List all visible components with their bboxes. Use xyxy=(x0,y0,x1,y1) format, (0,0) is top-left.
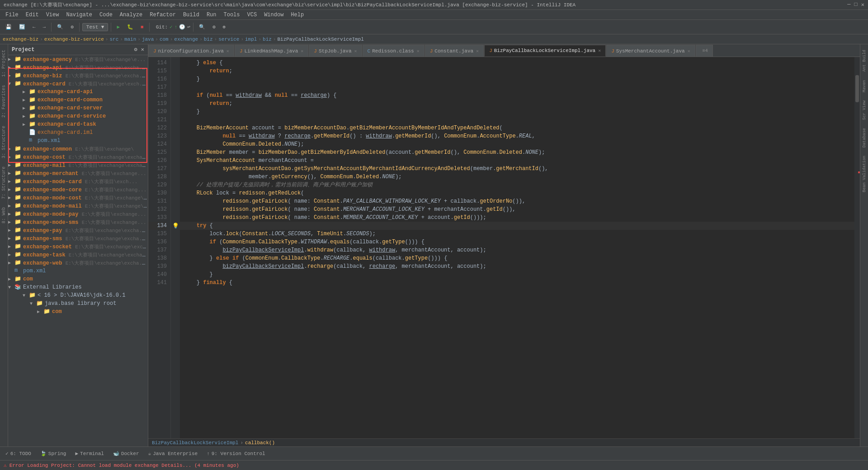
menu-edit[interactable]: Edit xyxy=(22,10,42,19)
close-button[interactable]: ✕ xyxy=(861,1,864,8)
breadcrumb-class[interactable]: BizPayCallbackLockServiceImpl xyxy=(152,440,238,446)
maximize-button[interactable]: □ xyxy=(854,1,858,8)
toolbar-more[interactable]: ⊕ xyxy=(220,23,229,31)
nav-biz[interactable]: biz xyxy=(204,37,213,42)
toolbar-debug[interactable]: 🐛 xyxy=(124,23,136,31)
tree-item-exchange-api[interactable]: ▶ 📁 exchange-api E:\大赛项目\exchange\excha.… xyxy=(8,63,148,71)
tree-item-exchange-mail[interactable]: ▶ 📁 exchange-mail E:\大赛项目\exchange\excha… xyxy=(8,161,148,169)
tree-item-exchange-socket[interactable]: ▶ 📁 exchange-socket E:\大赛项目\exchange\exc… xyxy=(8,242,148,251)
breadcrumb-method[interactable]: callback() xyxy=(245,440,275,446)
menu-analyze[interactable]: Analyze xyxy=(116,10,146,19)
nav-exchange-biz-service[interactable]: exchange-biz-service xyxy=(44,37,104,42)
right-panel-database[interactable]: Database xyxy=(861,124,868,151)
tree-item-com[interactable]: ▶ 📁 com xyxy=(8,275,148,283)
tab-more[interactable]: ≡4 xyxy=(696,45,713,57)
tree-item-exchange-cost[interactable]: ▶ 📁 exchange-cost E:\大赛项目\exchange\excha… xyxy=(8,153,148,161)
tree-item-mode-mail[interactable]: ▶ 📁 exchange-mode-mail E:\大赛项目\exchange\… xyxy=(8,202,148,210)
gutter-134[interactable]: 💡 xyxy=(171,222,180,230)
bottom-tab-todo[interactable]: ✓ 6: TODO xyxy=(2,448,35,460)
tree-item-exchange-sms[interactable]: ▶ 📁 exchange-sms E:\大赛项目\exchange\excha.… xyxy=(8,234,148,242)
tree-item-exchange-web[interactable]: ▶ 📁 exchange-web E:\大赛项目\exchange\excha.… xyxy=(8,259,148,267)
sidebar-gear-icon[interactable]: ⚙ xyxy=(134,46,137,53)
nav-biz2[interactable]: biz xyxy=(263,37,272,42)
menu-navigate[interactable]: Navigate xyxy=(62,10,96,19)
tree-item-card-task[interactable]: ▶ 📁 exchange-card-task xyxy=(8,120,148,128)
scrollbar-thumb[interactable] xyxy=(855,75,859,102)
bottom-tab-java-enterprise[interactable]: ☕ Java Enterprise xyxy=(145,448,202,460)
tab-constant[interactable]: J Constant.java ✕ xyxy=(425,45,484,57)
menu-file[interactable]: File xyxy=(2,10,22,19)
tree-item-java-base[interactable]: ▼ 📁 java.base library root xyxy=(8,299,148,308)
tree-item-exchange-card[interactable]: ▼ 📁 exchange-card E:\大赛项目\exchange\exch.… xyxy=(8,80,148,88)
minimize-button[interactable]: ─ xyxy=(847,1,850,8)
toolbar-test-dropdown[interactable]: Test ▼ xyxy=(82,23,108,31)
tree-item-com-java-base[interactable]: ▶ 📁 com xyxy=(8,308,148,316)
tree-item-jdk16[interactable]: ▼ 📁 < 16 > D:\JAVA16\jdk-16.0.1 xyxy=(8,291,148,299)
menu-window[interactable]: Window xyxy=(260,10,287,19)
bottom-tab-spring[interactable]: 🍃 Spring xyxy=(37,448,70,460)
bottom-tab-docker[interactable]: 🐋 Docker xyxy=(109,448,143,460)
tab-close-sysmerchant[interactable]: ✕ xyxy=(688,48,690,54)
sidebar-content[interactable]: ▶ 📁 exchange-agency E:\大赛项目\exchange\e..… xyxy=(8,55,148,446)
menu-build[interactable]: Build xyxy=(179,10,203,19)
toolbar-find[interactable]: 🔍 xyxy=(196,23,208,31)
toolbar-save[interactable]: 💾 xyxy=(3,23,14,31)
nav-exchange-biz[interactable]: exchange-biz xyxy=(3,37,38,42)
tree-item-exchange-agency[interactable]: ▶ 📁 exchange-agency E:\大赛项目\exchange\e..… xyxy=(8,55,148,63)
git-check[interactable]: ✓ xyxy=(170,24,173,30)
tree-item-mode-core[interactable]: ▶ 📁 exchange-mode-core E:\大赛项目\exchang..… xyxy=(8,185,148,194)
right-panel-scr-view[interactable]: Scr View xyxy=(861,97,868,123)
sidebar-close-icon[interactable]: ✕ xyxy=(141,46,144,53)
tree-item-root-pom[interactable]: m pom.xml xyxy=(8,267,148,275)
tab-stpjob[interactable]: J StpJob.java ✕ xyxy=(309,45,362,57)
menu-run[interactable]: Run xyxy=(203,10,220,19)
nav-impl[interactable]: impl xyxy=(245,37,257,42)
tree-item-card-server[interactable]: ▶ 📁 exchange-card-server xyxy=(8,104,148,112)
tab-redisson[interactable]: C Redisson.class ✕ xyxy=(363,45,425,57)
toolbar-tools2[interactable]: ⚙ xyxy=(210,23,218,31)
tree-item-mode-cost[interactable]: ▶ 📁 exchange-mode-cost E:\大赛项目\exchange\… xyxy=(8,194,148,202)
tree-item-exchange-task[interactable]: ▶ 📁 exchange-task E:\大赛项目\exchange\excha… xyxy=(8,251,148,259)
tree-item-mode-sms[interactable]: ▶ 📁 exchange-mode-sms E:\大赛项目\exchange..… xyxy=(8,218,148,226)
tree-item-ext-libs[interactable]: ▼ 📚 External Libraries xyxy=(8,283,148,291)
tree-item-exchange-pay[interactable]: ▶ 📁 exchange-pay E:\大赛项目\exchange\excha.… xyxy=(8,226,148,234)
editor-scrollbar[interactable] xyxy=(854,57,860,438)
tab-close-lhm[interactable]: ✕ xyxy=(301,48,303,54)
tree-item-card-pom[interactable]: m pom.xml xyxy=(8,137,148,145)
tree-item-exchange-common[interactable]: ▶ 📁 exchange-common E:\大赛项目\exchange\ xyxy=(8,145,148,153)
bottom-tab-version-control[interactable]: ↑ 9: Version Control xyxy=(203,448,269,460)
tree-item-mode-pay[interactable]: ▶ 📁 exchange-mode-pay E:\大赛项目\exchange..… xyxy=(8,210,148,218)
code-content[interactable]: } else { return; } if (null == withdraw … xyxy=(180,57,854,438)
tab-close-niro[interactable]: ✕ xyxy=(226,48,229,54)
left-panel-structure7[interactable]: 7: Structure xyxy=(0,163,7,203)
toolbar-settings[interactable]: ⚙ xyxy=(68,23,76,31)
tree-item-mode-card[interactable]: ▶ 📁 exchange-mode-card E:\大赛项目\exch... xyxy=(8,177,148,185)
tab-bizcallback[interactable]: J BizPayCallbackLockServiceImpl.java ✕ xyxy=(484,45,606,57)
right-panel-ant-build[interactable]: Ant Build xyxy=(861,46,868,76)
left-panel-favorites[interactable]: 2: Favorites xyxy=(0,81,7,121)
nav-java[interactable]: java xyxy=(142,37,154,42)
toolbar-back[interactable]: ← xyxy=(30,24,38,31)
git-update[interactable]: ↑ xyxy=(175,24,178,30)
toolbar-search[interactable]: 🔍 xyxy=(54,23,66,31)
right-panel-maven[interactable]: Maven xyxy=(861,76,868,96)
tab-close-bizcallback[interactable]: ✕ xyxy=(598,48,601,53)
menu-refactor[interactable]: Refactor xyxy=(146,10,179,19)
tab-close-redisson[interactable]: ✕ xyxy=(417,48,420,54)
menu-vcs[interactable]: VCS xyxy=(244,10,261,19)
menu-view[interactable]: View xyxy=(42,10,63,19)
tree-item-exchange-biz[interactable]: ▶ 📁 exchange-biz E:\大赛项目\exchange\excha.… xyxy=(8,71,148,80)
toolbar-stop[interactable]: ■ xyxy=(138,24,146,31)
tab-linked-hashmap[interactable]: J LinkedHashMap.java ✕ xyxy=(235,45,308,57)
tree-item-card-service[interactable]: ▶ 📁 exchange-card-service xyxy=(8,112,148,120)
tab-close-stpjob[interactable]: ✕ xyxy=(354,48,357,54)
tree-item-exchange-merchant[interactable]: ▶ 📁 exchange-merchant E:\大赛项目\exchange..… xyxy=(8,169,148,177)
tree-item-card-common[interactable]: ▶ 📁 exchange-card-common xyxy=(8,96,148,104)
tab-niro-config[interactable]: J niroConfiguration.java ✕ xyxy=(148,45,234,57)
bottom-tab-terminal[interactable]: ▶ Terminal xyxy=(71,448,107,460)
menu-help[interactable]: Help xyxy=(287,10,307,19)
nav-src[interactable]: src xyxy=(109,37,118,42)
toolbar-sync[interactable]: 🔄 xyxy=(16,23,28,31)
left-panel-structure[interactable]: 3: Structure xyxy=(0,122,7,162)
menu-code[interactable]: Code xyxy=(96,10,116,19)
